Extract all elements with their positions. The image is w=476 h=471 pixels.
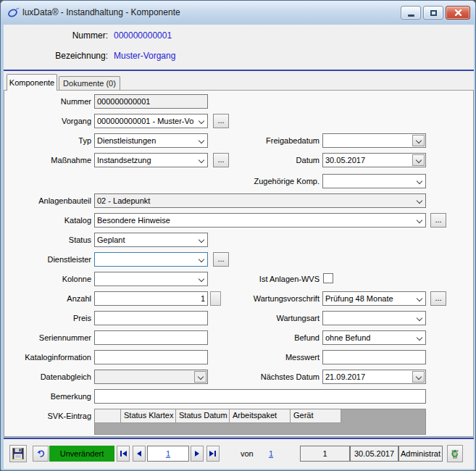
naechstes-datum-picker[interactable]: 21.09.2017 — [322, 370, 426, 384]
close-icon — [454, 9, 462, 17]
svk-col-status-klartext[interactable]: Status Klartex — [121, 409, 176, 423]
chevron-down-icon — [417, 315, 422, 321]
header-bezeichnung-label: Bezeichnung: — [4, 51, 108, 61]
chevron-down-icon — [199, 118, 204, 124]
svk-eintrag-label: SVK-Eintrag — [4, 412, 91, 420]
record-number-value: 1 — [166, 449, 170, 458]
minimize-button[interactable] — [401, 6, 421, 20]
svk-col-geraet[interactable]: Gerät — [291, 409, 341, 423]
header-separator — [4, 70, 474, 71]
recycle-icon — [449, 448, 461, 459]
window-title: luxData® - Instandhaltung - Komponente — [22, 7, 180, 17]
zugehoerige-komp-combobox[interactable] — [322, 174, 426, 188]
tab-komponente[interactable]: Komponente — [7, 74, 57, 91]
dienstleister-browse-button[interactable]: ... — [213, 252, 229, 267]
naechstes-datum-label: Nächstes Datum — [220, 372, 320, 381]
status-label: Status — [4, 236, 91, 244]
katalog-label: Katalog — [4, 216, 91, 225]
befund-combobox[interactable]: ohne Befund — [322, 330, 426, 345]
wartungsvorschrift-label: Wartungsvorschrift — [220, 294, 320, 303]
chevron-down-icon — [199, 276, 204, 282]
info-user-box: Administrat — [398, 446, 443, 462]
typ-label: Typ — [4, 136, 91, 145]
anzahl-spinner-button[interactable] — [210, 291, 221, 306]
maximize-button[interactable] — [423, 6, 443, 20]
messwert-label: Messwert — [220, 353, 320, 362]
datepicker-dropdown-button[interactable] — [412, 135, 425, 146]
chevron-down-icon — [199, 157, 204, 163]
wartungsvorschrift-browse-button[interactable]: ... — [430, 291, 446, 306]
info-date-box: 30.05.2017 — [350, 446, 398, 462]
undo-icon — [36, 449, 46, 458]
kolonne-label: Kolonne — [4, 275, 91, 283]
freigabedatum-picker[interactable] — [322, 133, 426, 148]
nummer-label: Nummer — [4, 97, 91, 106]
kolonne-combobox[interactable] — [94, 272, 208, 286]
tab-dokumente[interactable]: Dokumente (0) — [59, 76, 120, 90]
wartungsvorschrift-combobox[interactable]: Prüfung 48 Monate — [322, 291, 426, 306]
record-number-box[interactable]: 1 — [147, 446, 189, 462]
seriennummer-field[interactable] — [94, 330, 208, 345]
dienstleister-combobox[interactable] — [94, 252, 208, 267]
massnahme-label: Maßnahme — [4, 156, 91, 164]
next-record-button[interactable] — [191, 446, 204, 462]
preis-field[interactable] — [94, 311, 208, 325]
last-record-button[interactable] — [206, 446, 220, 462]
wartungsart-combobox[interactable] — [322, 311, 426, 325]
vorgang-label: Vorgang — [4, 117, 91, 125]
svk-table: Status Klartex Status Datum Arbeitspaket… — [94, 409, 426, 435]
svk-col-selector[interactable] — [95, 409, 121, 423]
datepicker-dropdown-button[interactable] — [412, 154, 425, 166]
vorgang-browse-button[interactable]: ... — [213, 114, 229, 128]
undo-button[interactable] — [33, 446, 49, 462]
tab-page-komponente: Nummer Vorgang 000000000001 - Muster-Vo … — [4, 90, 474, 437]
chevron-down-icon — [416, 374, 422, 380]
nummer-field[interactable] — [94, 94, 208, 109]
first-record-icon — [120, 451, 122, 457]
bemerkung-label: Bemerkung — [4, 392, 91, 401]
recycle-button[interactable] — [447, 445, 463, 462]
bemerkung-field[interactable] — [94, 389, 426, 404]
katalog-combobox[interactable]: Besondere Hinweise — [94, 213, 426, 228]
chevron-down-icon — [416, 157, 422, 163]
last-record-icon — [209, 451, 214, 457]
datum-picker[interactable]: 30.05.2017 — [322, 153, 426, 167]
save-button[interactable] — [9, 445, 27, 462]
ist-anlagen-wvs-checkbox[interactable] — [323, 273, 333, 283]
svk-col-status-datum[interactable]: Status Datum — [176, 409, 230, 423]
messwert-field[interactable] — [322, 350, 426, 364]
massnahme-combobox[interactable]: Instandsetzung — [94, 153, 208, 167]
chevron-down-icon — [198, 374, 204, 380]
datepicker-dropdown-button — [194, 371, 206, 383]
previous-record-button[interactable] — [133, 446, 146, 462]
header-nummer-value: 000000000001 — [114, 30, 172, 41]
ist-anlagen-wvs-label: Ist Anlagen-WVS — [220, 275, 320, 283]
svk-table-header: Status Klartex Status Datum Arbeitspaket… — [95, 409, 425, 423]
title-bar[interactable]: luxData® - Instandhaltung - Komponente — [1, 1, 476, 25]
befund-label: Befund — [220, 333, 320, 342]
vorgang-combobox[interactable]: 000000000001 - Muster-Vo — [94, 114, 208, 128]
header-nummer-label: Nummer: — [4, 30, 108, 41]
typ-combobox[interactable]: Dienstleistungen — [94, 133, 208, 148]
total-records-link[interactable]: 1 — [269, 449, 273, 458]
close-button[interactable] — [446, 6, 470, 20]
first-record-button[interactable] — [117, 446, 130, 462]
kataloginformation-label: Kataloginformation — [4, 353, 91, 362]
katalog-browse-button[interactable]: ... — [430, 213, 446, 228]
datepicker-dropdown-button[interactable] — [412, 371, 425, 383]
svk-col-arbeitspaket[interactable]: Arbeitspaket — [230, 409, 291, 423]
chevron-down-icon — [417, 217, 422, 223]
kataloginformation-field[interactable] — [94, 350, 208, 364]
header-bezeichnung-value: Muster-Vorgang — [114, 51, 175, 61]
status-combobox[interactable]: Geplant — [94, 233, 208, 247]
anlagenbauteil-label: Anlagenbauteil — [4, 196, 91, 205]
dienstleister-label: Dienstleister — [4, 255, 91, 264]
seriennummer-label: Seriennummer — [4, 333, 91, 342]
datenabgleich-picker — [94, 370, 208, 384]
previous-record-icon — [137, 451, 141, 457]
von-label: von — [241, 449, 254, 458]
anzahl-field[interactable] — [94, 291, 208, 306]
status-badge: Unverändert — [49, 446, 114, 462]
datenabgleich-label: Datenabgleich — [4, 372, 91, 381]
anlagenbauteil-combobox[interactable]: 02 - Ladepunkt — [94, 193, 426, 208]
